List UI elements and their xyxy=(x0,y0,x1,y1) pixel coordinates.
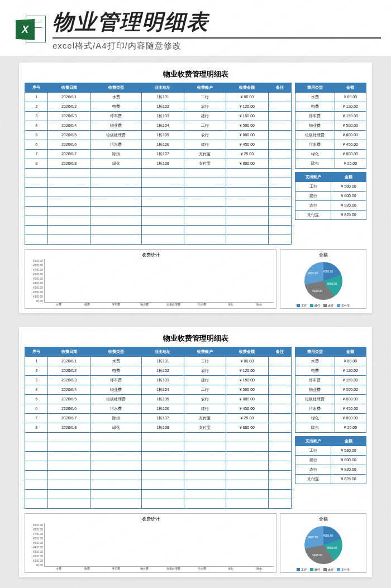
side-account-table: 支出账户金额工行¥ 580.00建行¥ 600.00农行¥ 920.00支付宝¥… xyxy=(295,436,366,484)
table-row: 垃圾处理费¥ 800.00 xyxy=(295,131,366,140)
table-row: 22020/6/2电费1栋102农行¥ 120.00 xyxy=(25,102,292,112)
main-table-header: 收费类型 xyxy=(90,83,141,93)
table-row: 42020/6/4物业费1栋104工行¥ 500.00 xyxy=(25,121,292,131)
table-row xyxy=(25,471,292,480)
pie-chart: 金额¥580.00¥600.00¥920.00¥825.00工行建行农行支付宝 xyxy=(280,249,366,309)
table-row xyxy=(25,490,292,499)
table-row: 支付宝¥ 825.00 xyxy=(295,475,366,484)
pie-slice-label: ¥825.00 xyxy=(308,536,318,539)
table-row: 82020/6/8绿化1栋108支付宝¥ 800.00 xyxy=(25,423,292,433)
pie-chart-title: 金额 xyxy=(282,252,365,258)
side-type-table: 费用类型金额水费¥ 80.00电费¥ 120.00停车费¥ 150.00物业费¥… xyxy=(295,83,366,169)
table-row xyxy=(25,207,292,216)
table-row: 22020/6/2电费1栋102农行¥ 120.00 xyxy=(25,366,292,376)
table-row: 12020/6/1水费1栋101工行¥ 80.00 xyxy=(25,357,292,366)
table-row: 电费¥ 120.00 xyxy=(295,366,366,376)
table-row xyxy=(25,226,292,235)
table-row xyxy=(25,178,292,188)
table-row: 72020/6/7除虫1栋107支付宝¥ 25.00 xyxy=(25,150,292,159)
table-row: 建行¥ 600.00 xyxy=(295,456,366,465)
table-row: 绿化¥ 800.00 xyxy=(295,414,366,423)
main-table: 序号收费日期收费类型业主地址收费账户收费金额备注12020/6/1水费1栋101… xyxy=(25,83,292,245)
table-row: 52020/6/5垃圾处理费1栋105农行¥ 800.00 xyxy=(25,395,292,404)
table-row: 32020/6/3停车费1栋103建行¥ 150.00 xyxy=(25,112,292,121)
table-row: 水费¥ 80.00 xyxy=(295,357,366,366)
table-row: 电费¥ 120.00 xyxy=(295,102,366,112)
table-row: 垃圾处理费¥ 800.00 xyxy=(295,395,366,404)
bar-chart-title: 收费统计 xyxy=(27,516,274,522)
table-row xyxy=(25,188,292,197)
table-row: 62020/6/6污水费1栋106建行¥ 450.00 xyxy=(25,404,292,414)
pie-slice-label: ¥825.00 xyxy=(308,271,318,275)
table-row: 农行¥ 920.00 xyxy=(295,465,366,475)
sheet-preview-2: 物业收费管理明细表序号收费日期收费类型业主地址收费账户收费金额备注12020/6… xyxy=(19,327,372,577)
table-row: 污水费¥ 450.00 xyxy=(295,404,366,414)
sheet-title: 物业收费管理明细表 xyxy=(25,69,366,79)
pie-legend: 工行建行农行支付宝 xyxy=(282,568,365,571)
table-row: 除虫¥ 25.00 xyxy=(295,423,366,433)
table-row: 污水费¥ 450.00 xyxy=(295,140,366,150)
table-row xyxy=(25,197,292,207)
pie-slice-label: ¥580.00 xyxy=(323,534,333,537)
main-table-header: 序号 xyxy=(25,83,48,93)
table-row: 32020/6/3停车费1栋103建行¥ 150.00 xyxy=(25,376,292,385)
table-row: 建行¥ 600.00 xyxy=(295,192,366,201)
table-row xyxy=(25,452,292,461)
table-row xyxy=(25,216,292,226)
table-row: 工行¥ 580.00 xyxy=(295,182,366,192)
main-table: 序号收费日期收费类型业主地址收费账户收费金额备注12020/6/1水费1栋101… xyxy=(25,347,292,509)
main-table-header: 备注 xyxy=(268,83,291,93)
table-row: 绿化¥ 800.00 xyxy=(295,150,366,159)
main-table-header: 收费日期 xyxy=(48,83,90,93)
table-row: 停车费¥ 150.00 xyxy=(295,376,366,385)
main-table-header: 收费账户 xyxy=(184,347,226,357)
sheet-preview-1: 物业收费管理明细表序号收费日期收费类型业主地址收费账户收费金额备注12020/6… xyxy=(19,63,372,313)
table-row: 物业费¥ 500.00 xyxy=(295,385,366,395)
bar-chart: 收费统计¥900.00¥800.00¥700.00¥600.00¥500.00¥… xyxy=(25,249,276,309)
table-row: 支付宝¥ 825.00 xyxy=(295,211,366,220)
pie-slice-label: ¥580.00 xyxy=(323,270,333,273)
pie: ¥580.00¥600.00¥920.00¥825.00 xyxy=(304,262,342,300)
table-row: 工行¥ 580.00 xyxy=(295,446,366,456)
excel-icon-letter: X xyxy=(22,24,28,36)
main-table-header: 收费金额 xyxy=(226,347,268,357)
main-table-header: 收费金额 xyxy=(226,83,268,93)
table-row: 72020/6/7除虫1栋107支付宝¥ 25.00 xyxy=(25,414,292,423)
main-table-header: 序号 xyxy=(25,347,48,357)
table-row xyxy=(25,433,292,442)
main-table-header: 收费账户 xyxy=(184,83,226,93)
template-banner: X 物业管理明细表 excel格式/A4打印/内容随意修改 xyxy=(0,0,391,56)
table-row: 停车费¥ 150.00 xyxy=(295,112,366,121)
pie-slice-label: ¥920.00 xyxy=(312,289,322,293)
pie-chart: 金额¥580.00¥600.00¥920.00¥825.00工行建行农行支付宝 xyxy=(280,513,366,573)
main-table-header: 备注 xyxy=(268,347,291,357)
table-row: 水费¥ 80.00 xyxy=(295,93,366,102)
table-row: 12020/6/1水费1栋101工行¥ 80.00 xyxy=(25,93,292,102)
table-row: 除虫¥ 25.00 xyxy=(295,159,366,169)
pie-slice-label: ¥920.00 xyxy=(312,553,322,557)
table-row: 物业费¥ 500.00 xyxy=(295,121,366,131)
main-table-header: 业主地址 xyxy=(142,83,184,93)
table-row: 42020/6/4物业费1栋104工行¥ 500.00 xyxy=(25,385,292,395)
table-row xyxy=(25,169,292,178)
pie-legend: 工行建行农行支付宝 xyxy=(282,304,365,307)
pie-slice-label: ¥600.00 xyxy=(327,546,337,549)
table-row: 62020/6/6污水费1栋106建行¥ 450.00 xyxy=(25,140,292,150)
table-row xyxy=(25,499,292,509)
main-table-header: 收费日期 xyxy=(48,347,90,357)
sheet-title: 物业收费管理明细表 xyxy=(25,333,366,343)
side-type-table: 费用类型金额水费¥ 80.00电费¥ 120.00停车费¥ 150.00物业费¥… xyxy=(295,347,366,433)
table-row: 农行¥ 920.00 xyxy=(295,201,366,211)
table-row: 82020/6/8绿化1栋108支付宝¥ 800.00 xyxy=(25,159,292,169)
pie-slice-label: ¥600.00 xyxy=(327,282,337,285)
bar-chart: 收费统计¥900.00¥800.00¥700.00¥600.00¥500.00¥… xyxy=(25,513,276,573)
banner-subtitle: excel格式/A4打印/内容随意修改 xyxy=(53,37,381,51)
main-table-header: 收费类型 xyxy=(90,347,141,357)
pie-chart-title: 金额 xyxy=(282,516,365,522)
table-row xyxy=(25,480,292,490)
main-table-header: 业主地址 xyxy=(142,347,184,357)
table-row: 52020/6/5垃圾处理费1栋105农行¥ 800.00 xyxy=(25,131,292,140)
pie: ¥580.00¥600.00¥920.00¥825.00 xyxy=(304,526,342,564)
excel-icon: X xyxy=(16,15,46,45)
table-row xyxy=(25,461,292,471)
